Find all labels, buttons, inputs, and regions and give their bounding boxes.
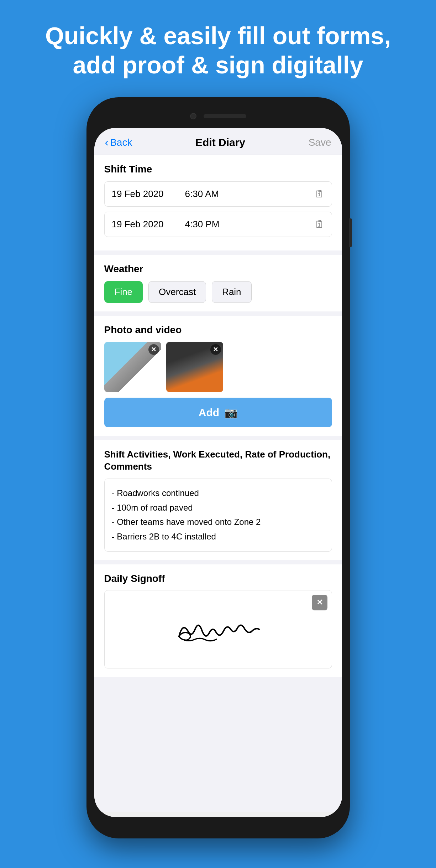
shift-start-date: 19 Feb 2020	[112, 188, 164, 200]
navigation-bar: ‹ Back Edit Diary Save	[94, 128, 342, 155]
hero-text: Quickly & easily fill out forms, add pro…	[0, 0, 436, 94]
hero-section: Quickly & easily fill out forms, add pro…	[0, 0, 436, 94]
camera-icon: 📷	[224, 406, 237, 419]
signoff-section: Daily Signoff ✕	[94, 564, 342, 677]
shift-time-section: Shift Time 19 Feb 2020 6:30 AM 🗓 19 Feb …	[94, 155, 342, 250]
photo-thumbnails: ✕ ✕	[104, 342, 332, 392]
save-button[interactable]: Save	[309, 137, 331, 148]
photo-label: Photo and video	[104, 324, 332, 336]
signature-image	[168, 608, 268, 651]
nav-title: Edit Diary	[195, 136, 245, 149]
activities-section: Shift Activities, Work Executed, Rate of…	[94, 440, 342, 560]
activities-content: - Roadworks continued - 100m of road pav…	[112, 486, 325, 544]
shift-start-text: 19 Feb 2020 6:30 AM	[112, 188, 219, 200]
phone-side-button	[349, 218, 352, 247]
form-content: Shift Time 19 Feb 2020 6:30 AM 🗓 19 Feb …	[94, 155, 342, 812]
photo-thumb-2: ✕	[166, 342, 223, 392]
weather-section: Weather Fine Overcast Rain	[94, 255, 342, 311]
calendar-icon-start: 🗓	[315, 188, 325, 200]
activities-textarea[interactable]: - Roadworks continued - 100m of road pav…	[104, 479, 332, 552]
back-chevron-icon: ‹	[105, 136, 109, 149]
shift-time-label: Shift Time	[104, 164, 332, 175]
phone-wrapper: ‹ Back Edit Diary Save Shift Time 19 Feb…	[0, 97, 436, 838]
shift-end-date: 19 Feb 2020	[112, 219, 164, 230]
weather-label: Weather	[104, 263, 332, 275]
add-photo-button[interactable]: Add 📷	[104, 398, 332, 427]
photo-section: Photo and video ✕ ✕ Add 📷	[94, 316, 342, 436]
shift-start-time: 6:30 AM	[185, 188, 219, 200]
shift-end-time: 4:30 PM	[185, 219, 220, 230]
weather-options: Fine Overcast Rain	[104, 281, 332, 303]
phone-camera	[190, 113, 196, 119]
signoff-remove-button[interactable]: ✕	[312, 595, 327, 610]
shift-end-text: 19 Feb 2020 4:30 PM	[112, 219, 220, 230]
photo-remove-2[interactable]: ✕	[210, 344, 221, 355]
weather-fine-button[interactable]: Fine	[104, 281, 143, 303]
shift-start-field[interactable]: 19 Feb 2020 6:30 AM 🗓	[104, 181, 332, 207]
back-label: Back	[110, 137, 132, 148]
phone-notch	[94, 107, 342, 125]
activities-label: Shift Activities, Work Executed, Rate of…	[104, 449, 332, 473]
weather-overcast-button[interactable]: Overcast	[148, 281, 206, 303]
phone-speaker	[204, 114, 246, 118]
signoff-box[interactable]: ✕	[104, 590, 332, 668]
phone-screen: ‹ Back Edit Diary Save Shift Time 19 Feb…	[94, 128, 342, 817]
back-button[interactable]: ‹ Back	[105, 136, 132, 149]
photo-remove-1[interactable]: ✕	[148, 344, 159, 355]
calendar-icon-end: 🗓	[315, 218, 325, 230]
add-photo-label: Add	[199, 407, 219, 419]
phone-device: ‹ Back Edit Diary Save Shift Time 19 Feb…	[86, 97, 350, 838]
shift-end-field[interactable]: 19 Feb 2020 4:30 PM 🗓	[104, 212, 332, 237]
photo-thumb-1: ✕	[104, 342, 161, 392]
weather-rain-button[interactable]: Rain	[212, 281, 251, 303]
signoff-label: Daily Signoff	[104, 573, 332, 584]
